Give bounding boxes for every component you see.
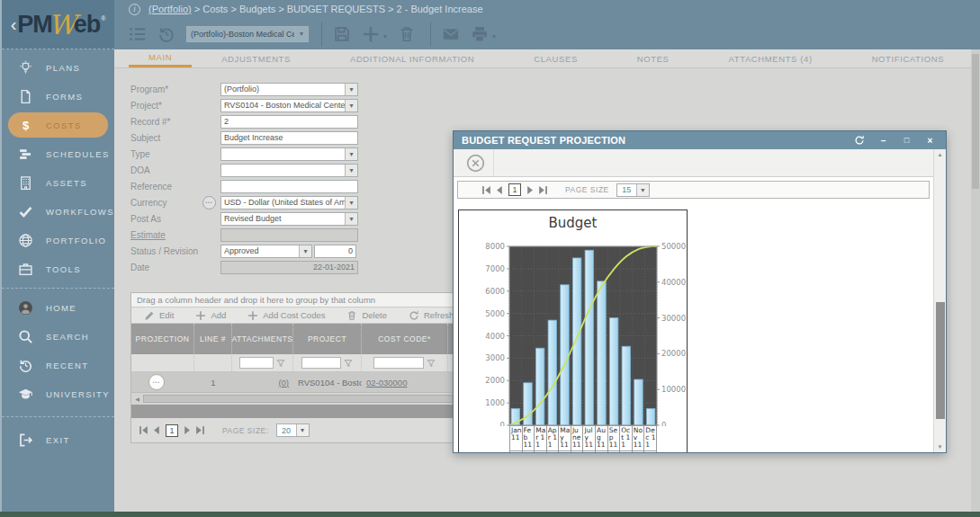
dropdown-arrow-icon[interactable]: ▾ — [345, 84, 357, 95]
add-caret-icon[interactable]: ▾ — [383, 32, 387, 40]
tab-attachments-4[interactable]: ATTACHMENTS (4) — [699, 49, 842, 67]
record-input[interactable]: 2 — [220, 115, 358, 129]
maximize-icon[interactable]: □ — [902, 136, 912, 146]
filter-input[interactable] — [239, 357, 274, 369]
info-icon[interactable]: i — [129, 4, 140, 15]
doa-select[interactable]: ▾ — [220, 164, 358, 177]
attachments-link[interactable]: (0) — [278, 378, 289, 388]
row-menu-button[interactable]: ••• — [148, 374, 165, 390]
subject-input[interactable]: Budget Increase — [220, 131, 358, 145]
column-header-line[interactable]: LINE # — [194, 324, 232, 354]
last-page-button[interactable] — [538, 185, 548, 195]
current-page-box[interactable]: 1 — [166, 424, 178, 437]
edit-button[interactable]: Edit — [144, 310, 174, 321]
sidebar-item-search[interactable]: SEARCH — [2, 322, 114, 351]
breadcrumb-portfolio-link[interactable]: (Portfolio) — [148, 4, 192, 14]
close-circle-icon[interactable] — [466, 154, 485, 173]
column-header-attachments[interactable]: ATTACHMENTS — [232, 324, 293, 354]
add-icon[interactable] — [362, 25, 380, 43]
mail-icon[interactable] — [442, 25, 460, 43]
print-caret-icon[interactable]: ▾ — [492, 32, 496, 40]
tab-additional-information[interactable]: ADDITIONAL INFORMATION — [320, 49, 504, 67]
column-header-cost-code[interactable]: COST CODE* — [362, 324, 448, 354]
refresh-icon[interactable] — [854, 135, 865, 146]
close-icon[interactable]: × — [925, 136, 935, 146]
revision-input[interactable]: 0 — [314, 245, 356, 258]
record-selector[interactable]: (Portfolio)-Boston Medical Center - 2 ▾ — [186, 26, 309, 42]
scroll-down-icon[interactable]: ▼ — [934, 441, 946, 452]
sidebar-item-university[interactable]: UNIVERSITY — [2, 379, 114, 408]
sidebar-item-workflows[interactable]: WORKFLOWS — [2, 197, 114, 226]
sidebar-item-tools[interactable]: TOOLS — [2, 254, 114, 283]
menu-list-icon[interactable] — [129, 25, 147, 43]
post-as-select[interactable]: Revised Budget▾ — [220, 212, 358, 226]
dropdown-arrow-icon[interactable]: ▾ — [299, 245, 311, 257]
status-revision-select[interactable]: Approved▾ — [220, 245, 312, 258]
current-page-box[interactable]: 1 — [508, 183, 521, 196]
sidebar-item-forms[interactable]: FORMS — [2, 82, 114, 111]
filter-input[interactable] — [373, 357, 423, 369]
program-select[interactable]: (Portfolio)▾ — [220, 83, 358, 96]
previous-page-button[interactable] — [151, 425, 161, 435]
dialog-scrollbar[interactable]: ▲ ▼ — [933, 149, 946, 452]
tab-main[interactable]: MAIN — [129, 49, 192, 67]
sidebar-item-plans[interactable]: PLANS — [2, 53, 114, 82]
type-select[interactable]: ▾ — [220, 147, 358, 161]
page-size-select[interactable]: 15▾ — [616, 183, 650, 197]
dropdown-arrow-icon[interactable]: ▾ — [296, 424, 309, 436]
sidebar-item-portfolio[interactable]: PORTFOLIO — [2, 226, 114, 254]
last-page-button[interactable] — [195, 425, 205, 435]
column-header-project[interactable]: PROJECT — [293, 324, 362, 354]
funnel-icon[interactable] — [427, 359, 436, 368]
add-button[interactable]: Add — [195, 310, 226, 321]
history-icon[interactable] — [157, 25, 175, 43]
dropdown-arrow-icon[interactable]: ▾ — [345, 197, 357, 209]
scroll-up-icon[interactable]: ▲ — [934, 149, 946, 160]
dropdown-arrow-icon[interactable]: ▾ — [345, 100, 357, 111]
next-page-button[interactable] — [526, 185, 535, 195]
first-page-button[interactable] — [481, 185, 491, 195]
dropdown-arrow-icon[interactable]: ▾ — [345, 213, 357, 225]
refresh-button[interactable]: Refresh — [409, 310, 454, 321]
tab-notifications[interactable]: NOTIFICATIONS — [842, 49, 974, 67]
dropdown-arrow-icon[interactable]: ▾ — [345, 148, 357, 160]
next-page-button[interactable] — [183, 425, 193, 435]
pmweb-logo[interactable]: ‹PMWeb® — [2, 0, 114, 49]
print-icon[interactable] — [471, 25, 489, 43]
tab-notes[interactable]: NOTES — [607, 49, 699, 67]
funnel-icon[interactable] — [276, 359, 285, 368]
project-select[interactable]: RVS0104 - Boston Medical Center▾ — [220, 99, 358, 112]
add-cost-codes-button[interactable]: Add Cost Codes — [247, 310, 325, 321]
delete-button[interactable]: Delete — [346, 310, 386, 321]
page-scrollbar-thumb[interactable] — [972, 54, 979, 189]
first-page-button[interactable] — [139, 425, 148, 435]
scroll-left-icon[interactable]: ◀ — [131, 396, 143, 402]
delete-icon[interactable] — [398, 25, 416, 43]
sidebar-item-costs[interactable]: $COSTS — [8, 112, 108, 138]
sidebar-item-exit[interactable]: EXIT — [2, 425, 114, 454]
tab-adjustments[interactable]: ADJUSTMENTS — [192, 49, 320, 67]
page-scrollbar[interactable] — [971, 49, 980, 512]
dropdown-arrow-icon[interactable]: ▾ — [294, 27, 308, 41]
minimize-icon[interactable]: – — [878, 136, 888, 146]
tab-clauses[interactable]: CLAUSES — [504, 49, 607, 67]
sidebar-item-recent[interactable]: RECENT — [2, 351, 114, 379]
cost-code-link[interactable]: 02-030000 — [366, 378, 407, 388]
page-size-select[interactable]: 20▾ — [276, 423, 310, 437]
dropdown-arrow-icon[interactable]: ▾ — [345, 165, 357, 176]
save-icon[interactable] — [333, 25, 351, 43]
dialog-scrollbar-thumb[interactable] — [936, 302, 945, 419]
sidebar-item-home[interactable]: HOME — [2, 293, 114, 322]
reference-input[interactable] — [220, 180, 358, 193]
currency-select[interactable]: USD - Dollar (United States of America)▾ — [220, 196, 358, 209]
currency-lookup-button[interactable]: ••• — [202, 196, 216, 209]
sidebar-item-assets[interactable]: ASSETS — [2, 168, 114, 197]
column-header-projection[interactable]: PROJECTION — [131, 324, 194, 354]
dropdown-arrow-icon[interactable]: ▾ — [636, 184, 649, 196]
filter-input[interactable] — [301, 357, 341, 369]
sidebar-item-schedules[interactable]: SCHEDULES — [2, 139, 114, 168]
funnel-icon[interactable] — [344, 359, 353, 368]
dialog-titlebar[interactable]: BUDGET REQUEST PROJECTION – □ × — [454, 131, 946, 149]
breadcrumb-text[interactable]: (Portfolio) > Costs > Budgets > BUDGET R… — [148, 4, 483, 14]
previous-page-button[interactable] — [494, 185, 504, 195]
